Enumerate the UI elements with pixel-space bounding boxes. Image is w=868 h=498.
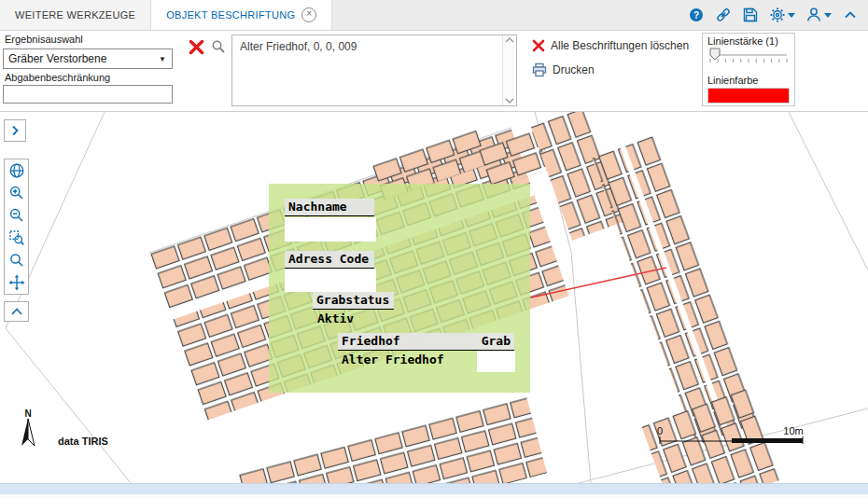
caret-down-icon bbox=[824, 13, 832, 18]
grave-value-box bbox=[477, 351, 515, 372]
zoom-window-button[interactable] bbox=[5, 227, 28, 249]
help-button[interactable]: ? bbox=[688, 7, 705, 23]
scale-end-label: 10m bbox=[783, 425, 803, 436]
map-area: N data TIRIS 0 10m Nachname Adress Code … bbox=[0, 112, 868, 483]
chevron-up-icon bbox=[842, 7, 859, 23]
selection-item[interactable]: Alter Friedhof, 0, 0, 009 bbox=[232, 35, 516, 58]
chevron-up-icon bbox=[8, 305, 25, 318]
zoom-full-extent-button[interactable] bbox=[5, 159, 28, 182]
scale-start-label: 0 bbox=[657, 425, 663, 436]
dropdown-caret-icon: ▼ bbox=[153, 55, 172, 63]
settings-menu-button[interactable] bbox=[769, 7, 795, 23]
red-x-icon bbox=[532, 39, 545, 52]
print-button[interactable]: Drucken bbox=[532, 62, 595, 77]
zoom-out-icon bbox=[8, 207, 25, 224]
restriction-label: Abgabenbeschränkung bbox=[5, 72, 110, 83]
expand-sidebar-button[interactable] bbox=[4, 119, 26, 142]
annotation-overlay: Nachname Adress Code Grabstatus Aktiv Fr… bbox=[269, 184, 530, 393]
save-icon bbox=[742, 7, 759, 23]
pan-arrows-icon bbox=[8, 274, 25, 291]
save-button[interactable] bbox=[742, 7, 759, 23]
line-color-label: Linienfarbe bbox=[707, 75, 790, 86]
red-x-icon bbox=[189, 39, 204, 55]
result-select-dropdown[interactable]: Gräber Verstorbene ▼ bbox=[3, 48, 173, 69]
zoom-window-icon bbox=[8, 229, 25, 246]
cemetery-label: Friedhof bbox=[342, 334, 400, 349]
line-width-label: Linienstärke (1) bbox=[707, 35, 790, 47]
pan-button[interactable] bbox=[5, 271, 28, 294]
help-icon: ? bbox=[688, 7, 705, 23]
result-select-label: Ergebnisauswahl bbox=[5, 34, 83, 45]
user-icon bbox=[805, 7, 822, 23]
tab-label: OBJEKT BESCHRIFTUNG bbox=[166, 9, 295, 21]
scroll-down-icon[interactable] bbox=[505, 98, 514, 104]
delete-all-label: Alle Beschriftungen löschen bbox=[551, 39, 689, 52]
north-label: N bbox=[24, 408, 31, 419]
header-icons: ? bbox=[688, 0, 868, 30]
app-window: WEITERE WERKZEUGE OBJEKT BESCHRIFTUNG × … bbox=[0, 0, 868, 498]
share-link-button[interactable] bbox=[715, 7, 732, 23]
chevron-right-icon bbox=[7, 122, 23, 139]
toolbar-panel: Ergebnisauswahl Gräber Verstorbene ▼ Abg… bbox=[0, 31, 868, 112]
tab-weitere-werkzeuge[interactable]: WEITERE WERKZEUGE bbox=[0, 0, 151, 30]
tab-objekt-beschriftung[interactable]: OBJEKT BESCHRIFTUNG × bbox=[151, 0, 332, 30]
cemetery-value: Alter Friedhof bbox=[342, 353, 444, 367]
delete-all-labels-button[interactable]: Alle Beschriftungen löschen bbox=[532, 39, 689, 52]
address-code-value-box bbox=[285, 269, 376, 292]
line-color-swatch[interactable] bbox=[707, 88, 790, 104]
link-icon bbox=[715, 7, 732, 23]
grave-status-label: Grabstatus bbox=[313, 292, 394, 310]
user-menu-button[interactable] bbox=[805, 7, 832, 23]
grave-status-value: Aktiv bbox=[317, 311, 354, 325]
search-icon bbox=[211, 39, 226, 54]
print-label: Drucken bbox=[553, 63, 595, 76]
collapse-panel-button[interactable] bbox=[842, 7, 859, 23]
horizontal-scrollbar[interactable] bbox=[0, 483, 868, 494]
zoom-selection-button[interactable] bbox=[5, 249, 28, 271]
collapse-toolbar-button[interactable] bbox=[4, 301, 29, 322]
line-style-box: Linienstärke (1) Linienfarbe bbox=[702, 33, 795, 106]
slider-thumb[interactable] bbox=[710, 48, 720, 60]
magnifier-icon bbox=[8, 252, 25, 269]
zoom-out-button[interactable] bbox=[5, 204, 28, 227]
tab-label: WEITERE WERKZEUGE bbox=[15, 9, 135, 21]
dropdown-value: Gräber Verstorbene bbox=[4, 52, 153, 65]
zoom-in-button[interactable] bbox=[5, 182, 28, 204]
gear-icon bbox=[769, 7, 786, 23]
search-button[interactable] bbox=[211, 39, 226, 54]
restriction-input[interactable] bbox=[3, 85, 173, 104]
tab-bar: WEITERE WERKZEUGE OBJEKT BESCHRIFTUNG × … bbox=[0, 0, 868, 31]
svg-text:?: ? bbox=[693, 10, 699, 21]
zoom-in-icon bbox=[8, 185, 25, 201]
scroll-up-icon[interactable] bbox=[505, 37, 514, 43]
listbox-scrollbar[interactable] bbox=[502, 35, 516, 105]
map-toolbar bbox=[4, 159, 29, 295]
globe-icon bbox=[8, 162, 25, 179]
clear-selection-button[interactable] bbox=[188, 38, 204, 55]
close-tab-icon[interactable]: × bbox=[301, 7, 316, 22]
cemetery-grave-header: Friedhof Grab bbox=[338, 333, 514, 351]
north-arrow: N bbox=[21, 408, 35, 446]
lastname-label: Nachname bbox=[285, 199, 374, 216]
window-footer bbox=[0, 494, 868, 498]
map-attribution: data TIRIS bbox=[58, 436, 108, 447]
printer-icon bbox=[532, 62, 547, 77]
selection-listbox[interactable]: Alter Friedhof, 0, 0, 009 bbox=[231, 35, 517, 106]
lastname-value-box bbox=[285, 217, 376, 242]
grave-label: Grab bbox=[482, 334, 511, 349]
address-code-label: Adress Code bbox=[285, 251, 374, 269]
line-width-slider[interactable] bbox=[707, 47, 790, 67]
caret-down-icon bbox=[788, 13, 795, 18]
